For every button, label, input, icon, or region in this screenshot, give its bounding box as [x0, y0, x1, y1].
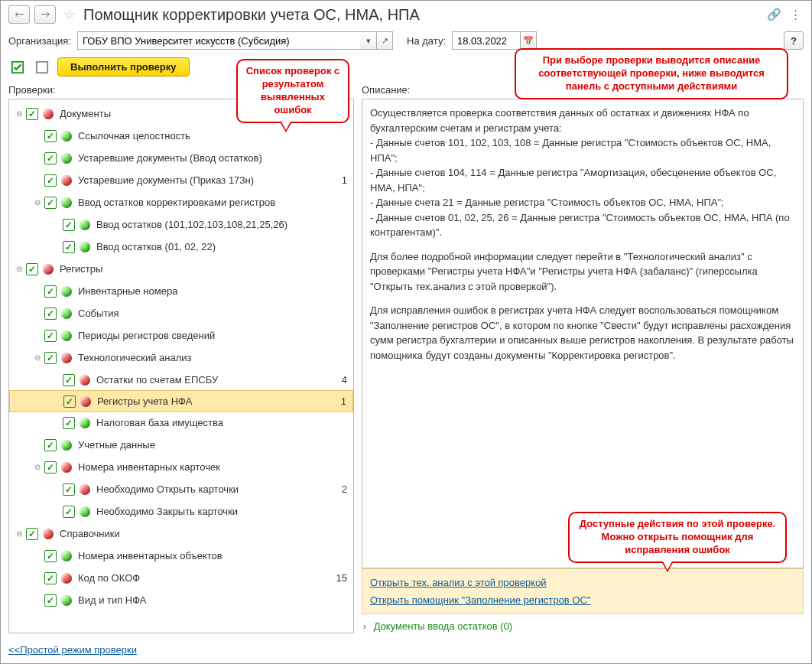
- tree-row[interactable]: ⊖✓Технологический анализ: [9, 347, 353, 369]
- date-input[interactable]: [452, 31, 521, 50]
- checkbox[interactable]: ✓: [44, 197, 57, 209]
- tree-row[interactable]: ✓Устаревшие документы (Приказ 173н)1: [9, 169, 353, 191]
- org-open-button[interactable]: ↗: [376, 31, 393, 50]
- tree-row[interactable]: ✓Налоговая база имущества: [9, 412, 353, 434]
- uncheck-all-button[interactable]: [33, 58, 51, 76]
- tree-row-label: События: [78, 308, 330, 319]
- status-error-icon: [80, 396, 91, 407]
- help-button[interactable]: ?: [784, 31, 804, 50]
- tree-row-label: Периоды регистров сведений: [78, 330, 330, 341]
- status-ok-icon: [61, 286, 72, 297]
- tree-row[interactable]: ✓Номера инвентарных объектов: [9, 545, 353, 567]
- status-ok-icon: [61, 153, 72, 164]
- collapse-icon[interactable]: ⊖: [14, 529, 24, 538]
- status-error-icon: [61, 573, 72, 584]
- checkbox[interactable]: ✓: [44, 439, 57, 451]
- tree-row-label: Ссылочная целостность: [78, 130, 330, 142]
- checkbox[interactable]: ✓: [44, 594, 57, 607]
- checkbox[interactable]: ✓: [63, 483, 75, 496]
- status-ok-icon: [80, 418, 90, 428]
- checkbox[interactable]: ✓: [44, 308, 57, 320]
- tree-row-count: 4: [330, 374, 347, 386]
- favorite-icon[interactable]: ☆: [63, 6, 76, 23]
- tree-row[interactable]: ✓Периоды регистров сведений: [9, 324, 353, 347]
- tree-row[interactable]: ✓Инвентарные номера: [9, 280, 353, 302]
- collapse-icon[interactable]: ⊖: [32, 463, 43, 471]
- tree-row[interactable]: ✓Остатки по счетам ЕПСБУ4: [9, 369, 353, 391]
- collapse-icon[interactable]: ⊖: [14, 265, 24, 273]
- tree-row-label: Справочники: [60, 528, 330, 539]
- checkbox[interactable]: ✓: [26, 528, 38, 540]
- checkbox[interactable]: ✓: [63, 241, 75, 253]
- checkbox[interactable]: ✓: [44, 461, 57, 474]
- checkbox[interactable]: ✓: [63, 506, 75, 518]
- checkbox[interactable]: ✓: [63, 219, 75, 231]
- tree-row-count: 15: [330, 572, 347, 584]
- org-dropdown-button[interactable]: ▾: [360, 31, 377, 50]
- checkbox[interactable]: ✓: [44, 572, 57, 584]
- status-ok-icon: [61, 440, 72, 451]
- tree-row[interactable]: ✓Код по ОКОФ15: [9, 567, 353, 589]
- status-ok-icon: [61, 131, 72, 142]
- open-tech-analysis-link[interactable]: Открыть тех. анализ с этой проверкой: [370, 574, 795, 591]
- simple-mode-link[interactable]: <<Простой режим проверки: [8, 644, 137, 656]
- tree-row-label: Ввод остатков (101,102,103,108,21,25,26): [96, 219, 330, 230]
- tree-row[interactable]: ✓Ввод остатков (101,102,103,108,21,25,26…: [9, 213, 353, 236]
- checkbox[interactable]: ✓: [63, 395, 76, 408]
- status-ok-icon: [61, 595, 72, 606]
- kebab-icon[interactable]: ⋮: [787, 8, 804, 21]
- collapse-icon[interactable]: ⊖: [14, 109, 24, 118]
- desc-text: Осуществляется проверка соответствия дан…: [370, 106, 795, 240]
- tree-row[interactable]: ✓Необходимо Открыть карточки2: [9, 478, 353, 500]
- run-check-button[interactable]: Выполнить проверку: [57, 57, 190, 76]
- status-ok-icon: [80, 506, 90, 517]
- open-fill-registers-link[interactable]: Открыть помощник "Заполнение регистров О…: [370, 591, 795, 609]
- checkbox[interactable]: ✓: [26, 108, 38, 120]
- checkbox[interactable]: ✓: [44, 550, 57, 562]
- checkbox[interactable]: ✓: [44, 285, 57, 298]
- calendar-button[interactable]: 📅: [520, 31, 537, 50]
- collapse-icon[interactable]: ⊖: [32, 353, 43, 362]
- tree-row-label: Налоговая база имущества: [96, 417, 330, 428]
- status-error-icon: [43, 529, 54, 539]
- tree-row[interactable]: ✓Ссылочная целостность: [9, 125, 353, 147]
- page-title: Помощник корректировки учета ОС, НМА, НП…: [83, 6, 761, 24]
- tree-row[interactable]: ⊖✓Регистры: [9, 258, 353, 280]
- checkbox[interactable]: ✓: [44, 174, 57, 187]
- check-all-button[interactable]: [8, 58, 27, 76]
- tree-row[interactable]: ✓Ввод остатков (01, 02, 22): [9, 236, 353, 258]
- tree-row[interactable]: ✓Устаревшие документы (Ввод остатков): [9, 147, 353, 169]
- checkbox[interactable]: ✓: [63, 417, 75, 429]
- checkbox[interactable]: ✓: [44, 352, 57, 364]
- tree-row-label: Учетные данные: [78, 439, 330, 451]
- tree-row-label: Ввод остатков корректировками регистров: [78, 197, 330, 208]
- docs-expander[interactable]: › Документы ввода остатков (0): [362, 614, 804, 633]
- tree-row[interactable]: ✓Необходимо Закрыть карточки: [9, 500, 353, 522]
- tree-row[interactable]: ⊖✓Ввод остатков корректировками регистро…: [9, 191, 353, 213]
- tree-row[interactable]: ⊖✓Номера инвентарных карточек: [9, 456, 353, 478]
- checkbox[interactable]: ✓: [44, 130, 57, 142]
- tree-row[interactable]: ✓Регистры учета НФА1: [9, 390, 353, 412]
- tree-row[interactable]: ✓Вид и тип НФА: [9, 589, 353, 611]
- link-icon[interactable]: 🔗: [765, 8, 782, 21]
- forward-button[interactable]: 🡒: [34, 5, 56, 24]
- callout-actions: Доступные действия по этой проверке. Мож…: [568, 512, 787, 563]
- tree-row[interactable]: ✓События: [9, 302, 353, 324]
- tree-row-label: Технологический анализ: [78, 352, 330, 363]
- callout-checks-list: Список проверок с результатом выявленных…: [236, 59, 349, 123]
- checks-tree[interactable]: ⊖✓Документы✓Ссылочная целостность✓Устаре…: [8, 99, 354, 633]
- chevron-right-icon: ›: [363, 621, 366, 632]
- checkbox[interactable]: ✓: [26, 263, 38, 275]
- back-button[interactable]: 🡐: [8, 5, 30, 24]
- checkbox[interactable]: ✓: [63, 374, 75, 386]
- checkbox[interactable]: ✓: [44, 152, 57, 164]
- tree-row[interactable]: ⊖✓Справочники: [9, 522, 353, 545]
- collapse-icon[interactable]: ⊖: [32, 198, 43, 207]
- checkbox[interactable]: ✓: [44, 330, 57, 342]
- org-input[interactable]: [77, 31, 360, 50]
- tree-row-label: Инвентарные номера: [78, 285, 330, 297]
- tree-row[interactable]: ✓Учетные данные: [9, 434, 353, 456]
- status-ok-icon: [80, 242, 90, 252]
- status-ok-icon: [61, 330, 72, 341]
- tree-row-label: Устаревшие документы (Ввод остатков): [78, 152, 330, 164]
